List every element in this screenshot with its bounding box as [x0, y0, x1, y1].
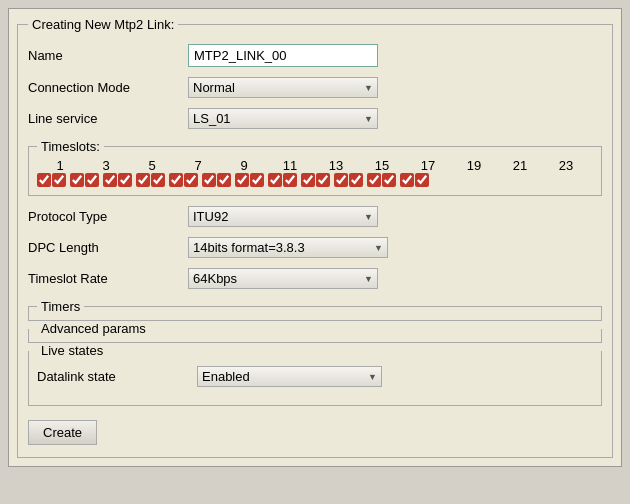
- ts-pair-11: [202, 173, 231, 187]
- ts-check-17a[interactable]: [301, 173, 315, 187]
- timers-fieldset: Timers: [28, 299, 602, 321]
- line-service-label: Line service: [28, 111, 188, 126]
- timeslot-rate-select-wrapper: 64Kbps 56Kbps: [188, 268, 378, 289]
- timeslot-rate-select[interactable]: 64Kbps 56Kbps: [188, 268, 378, 289]
- dpc-length-row: DPC Length 14bits format=3.8.3 24bits fo…: [28, 237, 602, 258]
- ts-check-1b[interactable]: [52, 173, 66, 187]
- dpc-length-label: DPC Length: [28, 240, 188, 255]
- ts-check-5b[interactable]: [118, 173, 132, 187]
- protocol-type-label: Protocol Type: [28, 209, 188, 224]
- ts-num-15: 15: [359, 158, 405, 173]
- ts-check-13b[interactable]: [250, 173, 264, 187]
- ts-check-13a[interactable]: [235, 173, 249, 187]
- timeslots-header: 1 3 5 7 9 11 13 15 17 19 21 23: [37, 158, 593, 173]
- ts-num-3: 3: [83, 158, 129, 173]
- ts-pair-7: [136, 173, 165, 187]
- main-form: Creating New Mtp2 Link: Name Connection …: [8, 8, 622, 467]
- ts-check-15b[interactable]: [283, 173, 297, 187]
- ts-num-11: 11: [267, 158, 313, 173]
- ts-check-23a[interactable]: [400, 173, 414, 187]
- advanced-params-legend[interactable]: Advanced params: [37, 321, 150, 336]
- ts-pair-1: [37, 173, 66, 187]
- ts-check-9a[interactable]: [169, 173, 183, 187]
- line-service-select[interactable]: LS_01 LS_02 LS_03: [188, 108, 378, 129]
- line-service-select-wrapper: LS_01 LS_02 LS_03: [188, 108, 378, 129]
- ts-num-5: 5: [129, 158, 175, 173]
- timeslots-checkboxes: [37, 173, 593, 187]
- ts-pair-3: [70, 173, 99, 187]
- timeslot-rate-label: Timeslot Rate: [28, 271, 188, 286]
- ts-pair-21: [367, 173, 396, 187]
- ts-num-13: 13: [313, 158, 359, 173]
- ts-check-21b[interactable]: [382, 173, 396, 187]
- ts-check-1a[interactable]: [37, 173, 51, 187]
- ts-check-3b[interactable]: [85, 173, 99, 187]
- ts-check-17b[interactable]: [316, 173, 330, 187]
- ts-num-1: 1: [37, 158, 83, 173]
- protocol-type-select[interactable]: ITU92 ANSI: [188, 206, 378, 227]
- ts-check-21a[interactable]: [367, 173, 381, 187]
- ts-check-9b[interactable]: [184, 173, 198, 187]
- ts-pair-19: [334, 173, 363, 187]
- name-input[interactable]: [188, 44, 378, 67]
- connection-mode-label: Connection Mode: [28, 80, 188, 95]
- live-states-fieldset: Live states Datalink state Enabled Disab…: [28, 343, 602, 406]
- connection-mode-select[interactable]: Normal Passive Active: [188, 77, 378, 98]
- dpc-length-select[interactable]: 14bits format=3.8.3 24bits format=8.8.8: [188, 237, 388, 258]
- name-row: Name: [28, 44, 602, 67]
- ts-num-7: 7: [175, 158, 221, 173]
- datalink-state-select-wrapper: Enabled Disabled: [197, 366, 382, 387]
- ts-check-5a[interactable]: [103, 173, 117, 187]
- protocol-type-select-wrapper: ITU92 ANSI: [188, 206, 378, 227]
- line-service-row: Line service LS_01 LS_02 LS_03: [28, 108, 602, 129]
- connection-mode-select-wrapper: Normal Passive Active: [188, 77, 378, 98]
- ts-check-19b[interactable]: [349, 173, 363, 187]
- form-title: Creating New Mtp2 Link:: [28, 17, 178, 32]
- ts-check-15a[interactable]: [268, 173, 282, 187]
- advanced-params-fieldset: Advanced params: [28, 321, 602, 343]
- ts-pair-9: [169, 173, 198, 187]
- ts-check-11b[interactable]: [217, 173, 231, 187]
- dpc-length-select-wrapper: 14bits format=3.8.3 24bits format=8.8.8: [188, 237, 388, 258]
- ts-check-23b[interactable]: [415, 173, 429, 187]
- protocol-type-row: Protocol Type ITU92 ANSI: [28, 206, 602, 227]
- ts-num-23: 23: [543, 158, 589, 173]
- timeslots-fieldset: Timeslots: 1 3 5 7 9 11 13 15 17 19 21 2…: [28, 139, 602, 196]
- ts-pair-13: [235, 173, 264, 187]
- ts-check-19a[interactable]: [334, 173, 348, 187]
- ts-pair-5: [103, 173, 132, 187]
- timeslots-legend: Timeslots:: [37, 139, 104, 154]
- ts-num-19: 19: [451, 158, 497, 173]
- timeslot-rate-row: Timeslot Rate 64Kbps 56Kbps: [28, 268, 602, 289]
- live-states-legend[interactable]: Live states: [37, 343, 107, 358]
- ts-num-9: 9: [221, 158, 267, 173]
- ts-pair-15: [268, 173, 297, 187]
- datalink-state-row: Datalink state Enabled Disabled: [37, 366, 593, 387]
- datalink-state-select[interactable]: Enabled Disabled: [197, 366, 382, 387]
- ts-pair-17: [301, 173, 330, 187]
- ts-num-17: 17: [405, 158, 451, 173]
- timers-legend[interactable]: Timers: [37, 299, 84, 314]
- creating-link-fieldset: Creating New Mtp2 Link: Name Connection …: [17, 17, 613, 458]
- ts-pair-23: [400, 173, 429, 187]
- create-button[interactable]: Create: [28, 420, 97, 445]
- name-label: Name: [28, 48, 188, 63]
- ts-num-21: 21: [497, 158, 543, 173]
- ts-check-7a[interactable]: [136, 173, 150, 187]
- connection-mode-row: Connection Mode Normal Passive Active: [28, 77, 602, 98]
- ts-check-11a[interactable]: [202, 173, 216, 187]
- ts-check-3a[interactable]: [70, 173, 84, 187]
- ts-check-7b[interactable]: [151, 173, 165, 187]
- datalink-state-label: Datalink state: [37, 369, 197, 384]
